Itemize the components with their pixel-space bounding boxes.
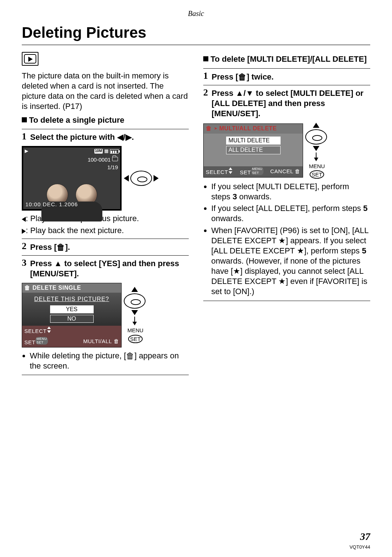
trash-icon: 🗑 — [24, 284, 30, 292]
dialog-question: DELETE THIS PICTURE? — [25, 296, 118, 303]
control-wheel-icon — [130, 171, 152, 186]
bullet-all: If you select [ALL DELETE], perform step… — [211, 203, 370, 224]
section-end-rule — [22, 375, 189, 375]
footer-select: SELECT — [206, 169, 228, 175]
star-icon: ★ — [233, 266, 240, 276]
updown-icon — [228, 167, 233, 174]
up-arrow-icon — [131, 287, 138, 292]
multi-delete-dialog: 🗑➤ MULTI/ALL DELETE MULTI DELETE ALL DEL… — [203, 123, 303, 177]
nav-pad-ud: MENU SET — [124, 287, 146, 343]
down-arrow-icon — [313, 146, 319, 151]
down-line-icon — [314, 153, 318, 161]
step-2-multi: 2 Press ▲/▼ to select [MULTI DELETE] or … — [203, 85, 370, 301]
menu-set-icon: MENUSET — [36, 337, 48, 345]
footer-cancel: CANCEL — [270, 168, 293, 174]
left-column: The picture data on the built-in memory … — [22, 52, 189, 377]
nav-pad-lr — [124, 171, 159, 186]
footer-multiall: MULTI/ALL — [83, 338, 112, 344]
right-arrow-icon — [154, 175, 159, 182]
image-counter: 1/19 — [87, 164, 118, 171]
bullet-favorite: When [FAVORITE] (P96) is set to [ON], [A… — [211, 225, 370, 297]
option-all-delete: ALL DELETE — [226, 146, 281, 154]
step-1-multi: 1 Press [🗑] twice. — [203, 68, 370, 82]
step-1-single: 1 Select the picture with ◀/▶. ▶ 10M ▦ — [22, 129, 189, 235]
set-button-icon: SET — [128, 335, 142, 343]
trash-icon: 🗑 — [126, 351, 134, 362]
trash-icon: 🗑 — [57, 242, 65, 253]
section-header: Basic — [22, 9, 370, 19]
trash-icon: 🗑 — [295, 168, 301, 174]
step-3-text: Press ▲ to select [YES] and then press [… — [30, 259, 189, 279]
left-arrow-icon — [124, 175, 129, 182]
document-code: VQT0Y44 — [350, 544, 370, 550]
square-bullet-icon — [22, 117, 27, 122]
dialog-header: MULTI/ALL DELETE — [219, 125, 277, 132]
page-number: 37 — [360, 530, 370, 543]
footer-set: SET — [24, 339, 36, 345]
section-end-rule — [203, 301, 370, 301]
step-1-text: Select the picture with ◀/▶. — [30, 132, 134, 142]
option-multi-delete: MULTI DELETE — [226, 137, 281, 145]
intro-text: The picture data on the built-in memory … — [22, 71, 189, 112]
footer-select: SELECT — [24, 328, 46, 334]
camera-screen-preview: ▶ 10M ▦ 100-0001 — [22, 146, 122, 211]
menu-label: MENU — [127, 327, 143, 334]
step-number: 2 — [203, 88, 208, 118]
datetime-stamp: 10:00 DEC. 1.2006 — [25, 201, 78, 208]
option-yes: YES — [50, 305, 94, 313]
folder-icon — [112, 157, 118, 161]
star-icon: ★ — [278, 236, 286, 246]
step-number: 1 — [22, 132, 26, 142]
option-no: NO — [50, 315, 94, 323]
down-arrow-icon — [131, 310, 138, 315]
up-arrow-icon — [313, 123, 319, 128]
delete-single-dialog: 🗑DELETE SINGLE DELETE THIS PICTURE? YES … — [22, 283, 122, 347]
updown-icon — [46, 326, 52, 333]
trash-icon: 🗑 — [206, 125, 212, 132]
star-icon: ★ — [278, 276, 286, 286]
star-icon: ★ — [297, 246, 304, 256]
down-line-icon — [132, 317, 137, 325]
square-bullet-icon — [203, 56, 208, 61]
file-number: 100-0001 — [87, 156, 110, 163]
step-2-multi-text: Press ▲/▼ to select [MULTI DELETE] or [A… — [212, 88, 370, 119]
step-2-single: 2 Press [🗑]. — [22, 239, 189, 253]
right-column: To delete [MULTI DELETE]/[ALL DELETE] 1 … — [203, 52, 370, 377]
trash-icon: 🗑 — [238, 72, 246, 83]
menu-set-icon: MENUSET — [251, 167, 264, 175]
page-title: Deleting Pictures — [22, 23, 370, 42]
step-1-multi-text: Press [🗑] twice. — [212, 72, 274, 82]
note-while-deleting: While deleting the picture, [🗑] appears … — [30, 350, 189, 371]
playback-mode-icon — [22, 52, 38, 66]
footer-set: SET — [240, 169, 251, 175]
step-number: 1 — [203, 71, 208, 82]
bullet-multi: If you select [MULTI DELETE], perform st… — [211, 182, 370, 202]
step-2-text: Press [🗑]. — [30, 242, 70, 253]
step-3-single: 3 Press ▲ to select [YES] and then press… — [22, 255, 189, 375]
control-wheel-icon — [305, 129, 327, 145]
subhead-multi-delete: To delete [MULTI DELETE]/[ALL DELETE] — [203, 54, 370, 64]
set-button-icon: SET — [310, 170, 324, 179]
trash-icon: 🗑 — [114, 338, 119, 344]
subhead-single-delete: To delete a single picture — [22, 115, 189, 125]
control-wheel-icon — [124, 293, 146, 309]
menu-label: MENU — [309, 163, 325, 170]
legend-next: : Play back the next picture. — [22, 225, 189, 236]
step-number: 2 — [22, 241, 26, 252]
dialog-header: DELETE SINGLE — [33, 284, 81, 292]
nav-pad-ud: MENU SET — [305, 123, 327, 179]
step-number: 3 — [22, 258, 26, 278]
title-rule — [22, 44, 370, 45]
